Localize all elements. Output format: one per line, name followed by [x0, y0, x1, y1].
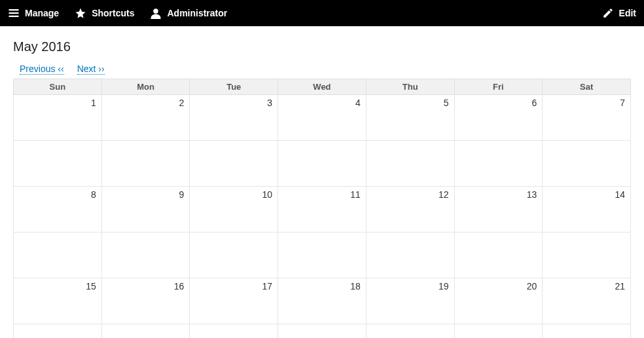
hamburger-icon [8, 7, 20, 19]
day-header: Sat [543, 79, 631, 95]
day-cell-body [190, 233, 278, 278]
day-number: 8 [14, 187, 101, 202]
user-label: Administrator [167, 8, 227, 18]
day-cell: 8 [14, 187, 102, 233]
day-cell: 9 [101, 187, 190, 233]
day-cell-body [101, 324, 190, 339]
day-number: 7 [543, 95, 630, 111]
day-header: Tue [190, 79, 278, 95]
day-header: Mon [101, 79, 190, 95]
day-number: 16 [102, 278, 190, 294]
day-cell: 13 [454, 187, 543, 233]
calendar-grid: SunMonTueWedThuFriSat 123456789101112131… [13, 79, 631, 338]
day-cell-body [14, 233, 102, 278]
day-number: 2 [102, 95, 190, 111]
day-cell-body [278, 324, 367, 339]
day-cell: 4 [278, 95, 367, 141]
day-number: 19 [367, 278, 454, 294]
day-cell-body [278, 233, 367, 278]
day-number: 5 [367, 95, 454, 111]
day-header: Sun [14, 79, 102, 95]
day-number: 10 [190, 187, 277, 202]
day-number: 1 [14, 95, 101, 111]
edit-button[interactable]: Edit [602, 7, 636, 19]
day-cell-body [190, 141, 278, 187]
day-cell: 11 [278, 187, 367, 233]
day-number: 6 [455, 95, 543, 111]
day-number: 9 [102, 187, 190, 202]
edit-label: Edit [619, 8, 636, 18]
day-number: 18 [278, 278, 366, 294]
day-cell: 17 [190, 278, 278, 324]
day-cell: 12 [366, 187, 454, 233]
day-cell: 20 [454, 278, 543, 324]
day-cell-body [454, 141, 543, 187]
day-cell-body [278, 141, 367, 187]
manage-label: Manage [25, 8, 59, 18]
svg-rect-1 [9, 12, 19, 14]
day-number: 14 [543, 187, 630, 202]
star-icon [75, 7, 86, 19]
day-cell-body [366, 233, 454, 278]
day-number: 11 [278, 187, 366, 202]
day-cell: 5 [366, 95, 454, 141]
day-cell: 7 [543, 95, 631, 141]
pager-top: Previous ‹‹ Next ›› [13, 64, 631, 75]
day-cell: 10 [190, 187, 278, 233]
day-cell-body [543, 233, 631, 278]
day-number: 21 [543, 278, 630, 294]
day-cell: 21 [543, 278, 631, 324]
day-cell-body [101, 233, 190, 278]
day-number: 12 [367, 187, 454, 202]
day-cell-body [101, 141, 190, 187]
svg-point-3 [154, 9, 159, 14]
day-header: Fri [454, 79, 543, 95]
month-title: May 2016 [13, 39, 631, 54]
day-cell: 2 [101, 95, 190, 141]
svg-rect-0 [9, 9, 19, 10]
prev-link[interactable]: Previous ‹‹ [20, 64, 64, 75]
day-cell-body [454, 324, 543, 339]
svg-rect-2 [9, 16, 19, 17]
day-number: 15 [14, 278, 101, 294]
day-header: Wed [278, 79, 367, 95]
day-cell-body [366, 141, 454, 187]
day-cell-body [543, 324, 631, 339]
day-number: 20 [455, 278, 543, 294]
day-cell-body [366, 324, 454, 339]
admin-toolbar: Manage Shortcuts Administrator Edit [0, 0, 644, 26]
day-number: 4 [278, 95, 366, 111]
day-cell: 16 [101, 278, 190, 324]
day-cell: 14 [543, 187, 631, 233]
day-cell: 3 [190, 95, 278, 141]
pencil-icon [602, 7, 614, 19]
next-link[interactable]: Next ›› [77, 64, 105, 75]
day-number: 3 [190, 95, 277, 111]
shortcuts-label: Shortcuts [92, 8, 134, 18]
day-number: 13 [455, 187, 543, 202]
user-icon [150, 7, 162, 19]
day-cell-body [190, 324, 278, 339]
day-cell-body [14, 324, 102, 339]
manage-menu[interactable]: Manage [8, 7, 59, 19]
day-number: 17 [190, 278, 277, 294]
day-header: Thu [366, 79, 454, 95]
user-menu[interactable]: Administrator [150, 7, 227, 19]
shortcuts-menu[interactable]: Shortcuts [75, 7, 134, 19]
day-cell-body [14, 141, 102, 187]
day-cell: 1 [14, 95, 102, 141]
day-cell-body [454, 233, 543, 278]
day-cell: 19 [366, 278, 454, 324]
day-cell: 18 [278, 278, 367, 324]
day-cell: 6 [454, 95, 543, 141]
day-cell: 15 [14, 278, 102, 324]
day-cell-body [543, 141, 631, 187]
